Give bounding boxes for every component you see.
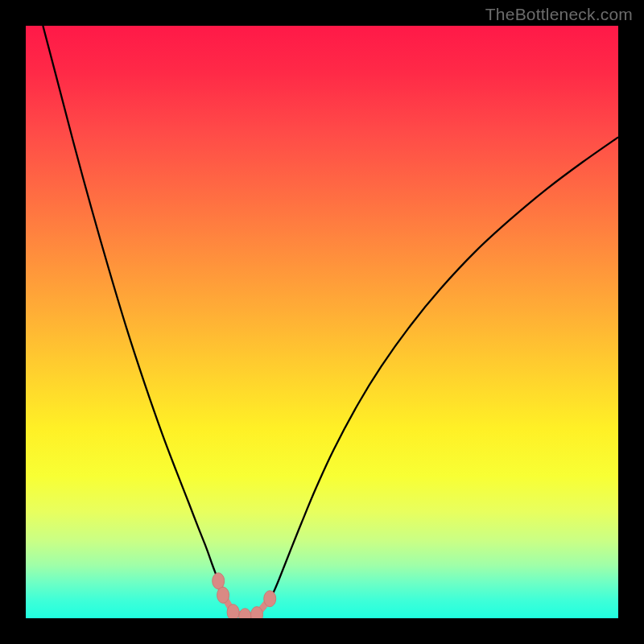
- data-marker: [213, 573, 225, 589]
- data-marker: [217, 587, 229, 603]
- plot-area: [26, 26, 618, 618]
- data-marker: [227, 605, 239, 618]
- data-marker: [264, 591, 276, 607]
- watermark-text: TheBottleneck.com: [485, 5, 633, 24]
- chart-frame: TheBottleneck.com: [0, 0, 644, 644]
- chart-svg: [26, 26, 618, 618]
- bottleneck-curve: [43, 26, 618, 617]
- marker-group: [213, 573, 276, 618]
- data-marker: [251, 607, 263, 618]
- data-marker: [239, 609, 251, 618]
